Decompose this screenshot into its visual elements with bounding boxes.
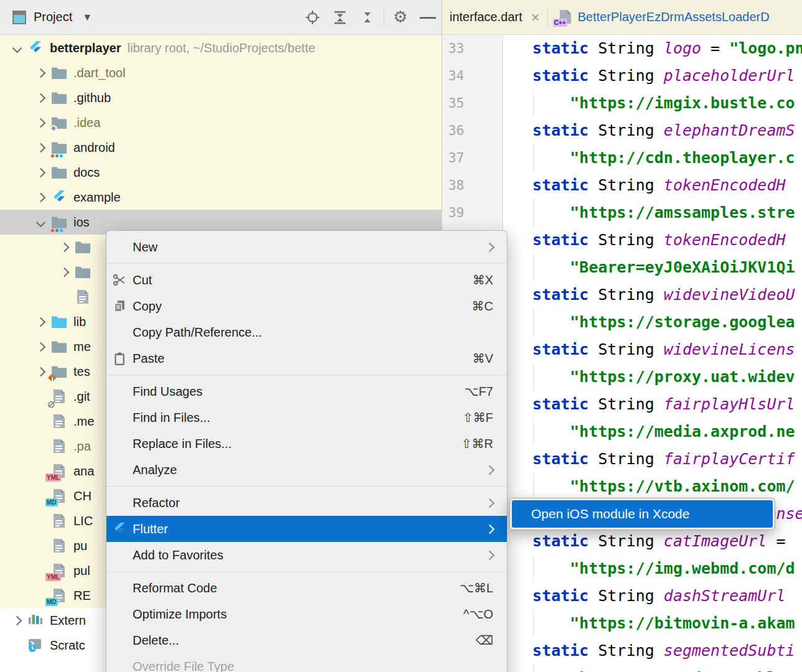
tree-item--github[interactable]: .github — [0, 85, 473, 110]
menu-item-copy[interactable]: Copy⌘C — [106, 293, 507, 319]
tree-item-example[interactable]: example — [0, 185, 473, 210]
menu-item-find-in-files[interactable]: Find in Files...⇧⌘F — [106, 404, 507, 431]
code-line-41[interactable]: "Bearer=eyJ0eXAiOiJKV1Qi — [514, 254, 802, 281]
code-line-44[interactable]: static String widevineLicens — [514, 336, 802, 363]
menu-item-find-usages[interactable]: Find Usages⌥F7 — [106, 378, 507, 404]
chevron-closed-icon[interactable] — [55, 269, 73, 276]
menu-shortcut: ⌘V — [473, 351, 507, 366]
menu-shortcut: ⇧⌘R — [461, 436, 507, 451]
menu-shortcut: ^⌥O — [463, 607, 507, 622]
folder-icon — [73, 239, 92, 255]
tree-item-android[interactable]: android — [0, 135, 473, 160]
chevron-closed-icon[interactable] — [55, 244, 73, 251]
menu-item-copy-path-reference[interactable]: Copy Path/Reference... — [106, 319, 507, 345]
chevron-closed-icon[interactable] — [31, 70, 50, 77]
code-line-34[interactable]: static String placeholderUrl — [514, 62, 802, 90]
code-line-56[interactable]: "https://eng.demo.cabl — [514, 665, 802, 672]
tree-item--idea[interactable]: ✳.idea — [0, 110, 473, 135]
menu-separator — [106, 263, 507, 264]
menu-item-new[interactable]: New — [106, 234, 507, 260]
code-line-47[interactable]: "https://media.axprod.ne — [514, 418, 802, 446]
menu-shortcut: ⌘X — [473, 273, 507, 287]
menu-item-label: Add to Favorites — [133, 548, 486, 562]
tree-item-docs[interactable]: docs — [0, 160, 473, 185]
tree-item--dart-tool[interactable]: .dart_tool — [0, 60, 473, 85]
chevron-closed-icon[interactable] — [7, 617, 26, 624]
code-line-37[interactable]: "http://cdn.theoplayer.c — [514, 144, 802, 172]
code-line-53[interactable]: static String dashStreamUrl — [514, 582, 802, 610]
yml-icon: YML — [50, 562, 68, 579]
editor-code-area[interactable]: static String logo = "logo.png static St… — [514, 35, 802, 672]
tab-label: interface.dart — [450, 10, 522, 24]
file-icon — [50, 538, 68, 554]
flutter-icon — [106, 522, 133, 536]
tab-interface-dart[interactable]: interface.dart × — [442, 0, 547, 34]
ide-window: { "colors":{"accent":"#0a72ce","sel":"#d… — [0, 0, 802, 672]
submenu-chevron-icon — [486, 244, 507, 251]
line-number: 33 — [448, 35, 464, 62]
menu-item-open-ios-module-in-xcode[interactable]: Open iOS module in Xcode — [512, 500, 773, 528]
chevron-closed-icon[interactable] — [31, 368, 50, 375]
code-line-38[interactable]: static String tokenEncodedH — [514, 172, 802, 199]
chevron-closed-icon[interactable] — [31, 194, 50, 201]
menu-item-cut[interactable]: Cut⌘X — [106, 267, 507, 293]
folder-icon — [50, 90, 68, 106]
code-line-43[interactable]: "https://storage.googlea — [514, 309, 802, 336]
menu-item-replace-in-files[interactable]: Replace in Files...⇧⌘R — [106, 431, 507, 457]
menu-item-flutter[interactable]: Flutter — [106, 516, 507, 542]
code-line-42[interactable]: static String widevineVideoU — [514, 281, 802, 309]
menu-separator — [106, 571, 507, 572]
paste-icon — [106, 352, 133, 365]
menu-item-delete[interactable]: Delete...⌫ — [106, 627, 507, 653]
tab-betterplayer-ezdrm[interactable]: C++ BetterPlayerEzDrmAssetsLoaderD — [548, 0, 777, 34]
idea-icon: ✳ — [50, 114, 68, 131]
tree-item-label: example — [73, 190, 121, 205]
chevron-open-icon[interactable] — [31, 219, 50, 226]
code-line-36[interactable]: static String elephantDreamS — [514, 117, 802, 144]
menu-item-analyze[interactable]: Analyze — [106, 457, 507, 483]
menu-item-add-to-favorites[interactable]: Add to Favorites — [106, 542, 507, 568]
chevron-closed-icon[interactable] — [31, 95, 50, 101]
code-line-55[interactable]: static String segmentedSubti — [514, 637, 802, 665]
tree-item-label: betterplayer — [50, 41, 121, 55]
chevron-closed-icon[interactable] — [31, 169, 50, 176]
menu-item-refactor[interactable]: Refactor — [106, 490, 507, 516]
menu-item-paste[interactable]: Paste⌘V — [106, 345, 507, 371]
menu-item-label: Override File Type — [133, 660, 493, 672]
menu-item-label: Copy — [133, 299, 472, 314]
code-line-49[interactable]: "https://vtb.axinom.com/ — [514, 473, 802, 500]
menu-item-reformat-code[interactable]: Reformat Code⌥⌘L — [106, 575, 507, 601]
folder-icon — [50, 338, 68, 355]
code-line-52[interactable]: "https://img.webmd.com/d — [514, 555, 802, 582]
chevron-closed-icon[interactable] — [31, 144, 50, 151]
menu-item-optimize-imports[interactable]: Optimize Imports^⌥O — [106, 601, 507, 627]
menu-item-label: Cut — [133, 273, 473, 287]
code-line-48[interactable]: static String fairplayCertif — [514, 446, 802, 473]
menu-item-label: Flutter — [133, 522, 486, 536]
code-line-35[interactable]: "https://imgix.bustle.co — [514, 90, 802, 117]
context-menu: NewCut⌘XCopy⌘CCopy Path/Reference...Past… — [106, 230, 507, 672]
menu-item-label: Reformat Code — [133, 581, 460, 595]
tree-item-hint: library root, ~/StudioProjects/bette — [128, 41, 316, 55]
code-line-40[interactable]: static String tokenEncodedH — [514, 226, 802, 254]
tree-item-label: .idea — [73, 116, 100, 130]
code-line-51[interactable]: static String catImageUrl = — [514, 528, 802, 555]
chevron-closed-icon[interactable] — [31, 343, 50, 350]
menu-shortcut: ⌘C — [472, 299, 507, 314]
tab-close-icon[interactable]: × — [531, 9, 540, 26]
code-line-54[interactable]: "https://bitmovin-a.akam — [514, 610, 802, 637]
chevron-open-icon[interactable] — [7, 45, 26, 52]
code-line-45[interactable]: "https://proxy.uat.widev — [514, 363, 802, 391]
code-line-33[interactable]: static String logo = "logo.png — [514, 35, 802, 62]
copy-icon — [106, 299, 133, 313]
tab-label: BetterPlayerEzDrmAssetsLoaderD — [578, 10, 770, 24]
code-line-46[interactable]: static String fairplayHlsUrl — [514, 391, 802, 418]
line-number: 36 — [448, 117, 464, 144]
chevron-closed-icon[interactable] — [31, 319, 50, 325]
chevron-closed-icon[interactable] — [31, 119, 50, 126]
menu-separator — [106, 486, 507, 487]
tree-item-label: ios — [73, 215, 90, 230]
tree-item-betterplayer[interactable]: betterplayerlibrary root, ~/StudioProjec… — [0, 35, 449, 60]
line-number: 37 — [448, 144, 464, 172]
code-line-39[interactable]: "https://amssamples.stre — [514, 199, 802, 226]
